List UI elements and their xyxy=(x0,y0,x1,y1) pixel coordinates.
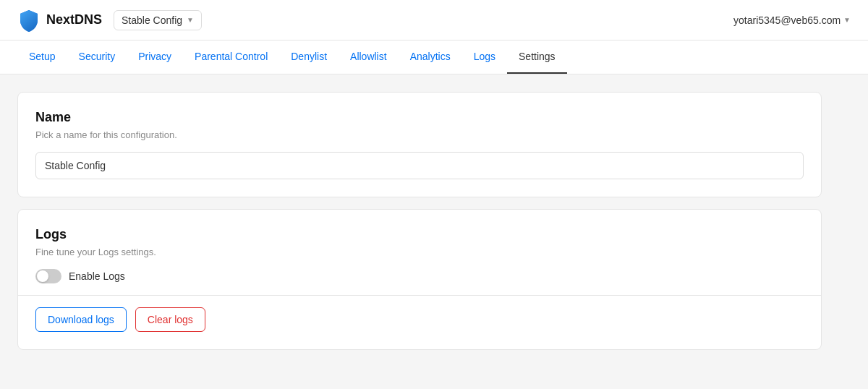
tab-logs[interactable]: Logs xyxy=(462,40,507,74)
header-left: NextDNS Stable Config ▼ xyxy=(17,9,202,32)
nav-tabs: Setup Security Privacy Parental Control … xyxy=(0,40,868,74)
user-menu[interactable]: yotari5345@veb65.com ▼ xyxy=(733,14,851,26)
tab-allowlist[interactable]: Allowlist xyxy=(339,40,399,74)
logo-text: NextDNS xyxy=(46,12,102,27)
name-card-subtitle: Pick a name for this configuration. xyxy=(35,129,804,140)
card-divider xyxy=(18,295,821,296)
logo: NextDNS xyxy=(17,9,102,32)
enable-logs-toggle[interactable] xyxy=(35,269,61,283)
logs-card-subtitle: Fine tune your Logs settings. xyxy=(35,247,804,257)
logs-actions: Download logs Clear logs xyxy=(35,307,804,332)
tab-analytics[interactable]: Analytics xyxy=(399,40,462,74)
chevron-down-icon: ▼ xyxy=(187,16,194,24)
tab-denylist[interactable]: Denylist xyxy=(279,40,339,74)
user-menu-chevron-icon: ▼ xyxy=(843,16,851,24)
toggle-knob xyxy=(37,270,48,282)
enable-logs-label: Enable Logs xyxy=(69,270,125,282)
name-card: Name Pick a name for this configuration. xyxy=(17,92,822,197)
clear-logs-button[interactable]: Clear logs xyxy=(135,307,205,332)
tab-setup[interactable]: Setup xyxy=(17,40,67,74)
header: NextDNS Stable Config ▼ yotari5345@veb65… xyxy=(0,0,868,40)
logs-card: Logs Fine tune your Logs settings. Enabl… xyxy=(17,209,822,350)
config-selector[interactable]: Stable Config ▼ xyxy=(114,10,202,30)
tab-parental-control[interactable]: Parental Control xyxy=(183,40,279,74)
download-logs-button[interactable]: Download logs xyxy=(35,307,127,332)
logo-icon xyxy=(17,9,41,32)
enable-logs-row: Enable Logs xyxy=(35,269,804,283)
tab-privacy[interactable]: Privacy xyxy=(127,40,183,74)
logs-card-title: Logs xyxy=(35,227,804,242)
name-card-title: Name xyxy=(35,110,804,125)
user-email: yotari5345@veb65.com xyxy=(733,14,841,26)
tab-security[interactable]: Security xyxy=(67,40,127,74)
tab-settings[interactable]: Settings xyxy=(507,40,567,74)
config-selector-label: Stable Config xyxy=(122,14,182,26)
name-input[interactable] xyxy=(35,152,804,179)
main-content: Name Pick a name for this configuration.… xyxy=(0,74,839,379)
